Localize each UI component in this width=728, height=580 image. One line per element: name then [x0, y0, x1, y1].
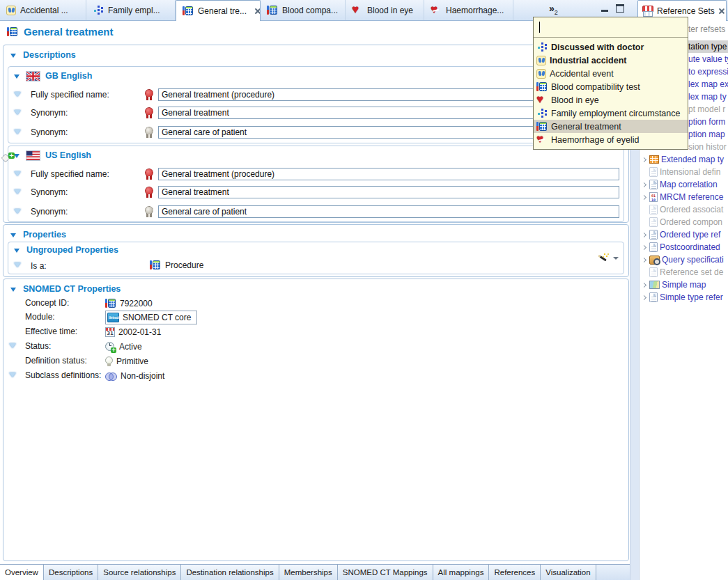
- table-orange-icon: [649, 155, 659, 164]
- concept-suggestion[interactable]: Industrial accident: [534, 54, 688, 67]
- mrcm-icon: [649, 192, 658, 202]
- concept-suggestion[interactable]: Accidental event: [534, 67, 688, 80]
- expand-arrow-icon[interactable]: [641, 182, 647, 188]
- isa-row: Is a: Procedure: [8, 259, 624, 273]
- collapse-icon[interactable]: [14, 247, 21, 253]
- wand-icon: [597, 253, 610, 264]
- gb-english-header[interactable]: GB English: [14, 71, 92, 81]
- refset-list-item[interactable]: Intensional defin: [640, 166, 728, 178]
- refset-list-item[interactable]: Ordered type ref: [640, 228, 728, 241]
- expand-arrow-icon[interactable]: [641, 295, 647, 301]
- collapse-icon[interactable]: [14, 152, 21, 159]
- refset-list-item[interactable]: Simple type refer: [640, 291, 728, 304]
- view-tab[interactable]: Destination relationships: [181, 565, 279, 580]
- property-value: 2002-01-31: [105, 325, 161, 339]
- chevron-down-icon[interactable]: [14, 109, 22, 116]
- module-icon: [107, 313, 119, 322]
- description-input[interactable]: [158, 168, 619, 180]
- chevron-down-icon[interactable]: [9, 343, 17, 350]
- maximize-icon[interactable]: [616, 4, 624, 13]
- view-tab[interactable]: All mappings: [433, 565, 490, 580]
- collapse-icon[interactable]: [10, 52, 17, 58]
- chevron-down-icon[interactable]: [14, 189, 22, 196]
- view-tab[interactable]: Descriptions: [44, 565, 98, 580]
- refset-list-item[interactable]: Simple map: [640, 279, 728, 291]
- editor-tab[interactable]: Blood compa...: [261, 0, 346, 20]
- refset-list-item[interactable]: Query specificati: [640, 253, 728, 266]
- refset-list-item[interactable]: Ordered compon: [640, 216, 728, 228]
- view-tab[interactable]: Source relationships: [98, 565, 181, 580]
- chevron-down-icon[interactable]: [14, 208, 22, 215]
- expand-arrow-icon[interactable]: [641, 232, 647, 238]
- view-tab[interactable]: SNOMED CT Mappings: [338, 565, 433, 580]
- expand-arrow-icon[interactable]: [641, 282, 647, 288]
- bulb-icon: [105, 356, 113, 367]
- view-tab[interactable]: Visualization: [541, 565, 596, 580]
- refset-filter-input[interactable]: ter refsets: [688, 24, 725, 34]
- refset-label: Intensional defin: [660, 167, 720, 177]
- editor-tab[interactable]: General tre...: [176, 0, 261, 21]
- refset-list-item[interactable]: Reference set de: [640, 266, 728, 279]
- view-tab[interactable]: Overview: [0, 565, 44, 580]
- chevron-down-icon[interactable]: [14, 91, 22, 98]
- properties-header[interactable]: Properties: [10, 230, 66, 240]
- paper-icon: [649, 242, 658, 252]
- minimize-icon[interactable]: [601, 5, 609, 13]
- chevron-down-icon[interactable]: [14, 129, 22, 136]
- concept-suggestion[interactable]: General treatment: [534, 120, 688, 133]
- property-value-text: 2002-01-31: [118, 327, 161, 337]
- refset-label: Postcoordinated: [660, 242, 720, 252]
- description-input[interactable]: [158, 186, 619, 198]
- view-tab-label: Memberships: [284, 568, 332, 577]
- editor-tab[interactable]: Blood in eye: [346, 0, 424, 20]
- descriptions-header[interactable]: Descriptions: [10, 50, 76, 60]
- paper-icon: [649, 205, 658, 214]
- refset-list-item[interactable]: Extended map ty: [640, 153, 728, 166]
- view-tab[interactable]: Memberships: [279, 565, 338, 580]
- concept-suggestion[interactable]: Haemorrhage of eyelid: [534, 133, 688, 146]
- concept-search-input[interactable]: [534, 17, 688, 38]
- us-english-header[interactable]: US English: [14, 150, 91, 160]
- description-row: Fully specified name:: [8, 168, 624, 182]
- refset-list-item[interactable]: Postcoordinated: [640, 241, 728, 253]
- chevron-down-icon[interactable]: [9, 372, 17, 379]
- ribbon-red-icon: [145, 89, 154, 100]
- event-icon: [536, 56, 546, 65]
- concept-suggestion[interactable]: Discussed with doctor: [534, 40, 688, 54]
- refset-list-item[interactable]: Map correlation: [640, 178, 728, 191]
- expand-arrow-icon[interactable]: [641, 244, 647, 251]
- collapse-icon[interactable]: [10, 232, 17, 238]
- chevron-down-icon[interactable]: [14, 262, 22, 269]
- collapse-icon[interactable]: [14, 73, 21, 79]
- concept-suggestion-list: Discussed with doctor Industrial acciden…: [534, 38, 688, 146]
- collapse-icon[interactable]: [10, 286, 17, 292]
- expand-arrow-icon[interactable]: [641, 194, 647, 201]
- edit-property-button[interactable]: [597, 253, 619, 264]
- view-tab[interactable]: References: [489, 565, 541, 580]
- concept-suggestion[interactable]: Blood compatibility test: [534, 80, 688, 93]
- ribbon-red-icon: [145, 168, 154, 180]
- refset-list-item[interactable]: Ordered associat: [640, 203, 728, 216]
- concept-suggestion[interactable]: Family employment circumstance: [534, 107, 688, 120]
- editor-tab[interactable]: Accidental ...: [0, 0, 86, 20]
- concept-suggestion[interactable]: Blood in eye: [534, 93, 688, 107]
- refset-label: Query specificati: [662, 255, 724, 265]
- chevron-down-icon[interactable]: [14, 171, 22, 178]
- editor-tab[interactable]: Haemorrhage...: [424, 0, 513, 20]
- context-icon: [536, 108, 548, 119]
- snomed-properties-header[interactable]: SNOMED CT Properties: [10, 284, 121, 294]
- snomed-properties-section: SNOMED CT Properties Concept ID: 7922000: [3, 279, 629, 561]
- chevron-down-icon[interactable]: [613, 257, 619, 260]
- expand-arrow-icon[interactable]: [641, 257, 647, 263]
- editor-tab[interactable]: Family empl...: [86, 0, 176, 20]
- ungrouped-properties-header[interactable]: Ungrouped Properties: [14, 245, 118, 255]
- close-icon[interactable]: [718, 8, 725, 15]
- property-value-text: Primitive: [116, 356, 148, 366]
- close-icon[interactable]: [254, 8, 261, 15]
- description-input[interactable]: [158, 205, 619, 218]
- expand-arrow-icon[interactable]: [641, 157, 647, 163]
- concept-suggestion-label: Blood in eye: [551, 95, 599, 105]
- refset-list-item[interactable]: MRCM reference: [640, 191, 728, 203]
- add-description-icon[interactable]: [1, 152, 15, 162]
- tab-overflow-button[interactable]: »2: [549, 3, 558, 16]
